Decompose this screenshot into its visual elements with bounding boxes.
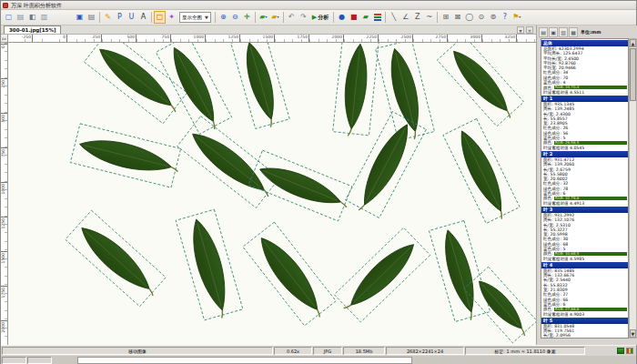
leaf-with-selection-box[interactable] [84,43,189,126]
vruler-tick: 500 [1,113,8,114]
acquire-image-icon[interactable]: ▤ [15,11,26,24]
results-list[interactable]: 总体总面积: 42303.2994平均周长: 125.6437平均长/宽: 2.… [541,38,629,339]
print-icon[interactable]: ▤ [86,11,97,24]
undo-icon[interactable]: ↶ [286,11,298,24]
param-a-icon[interactable]: A [137,11,149,24]
copy-results-icon[interactable]: ▤ [539,27,548,37]
help-icon[interactable]: ? [499,11,511,24]
edit-icon[interactable]: ✎ [102,11,114,24]
leaf-midrib [367,128,405,200]
print-results-icon[interactable]: ▦ [569,27,578,37]
chlorophyll-row: 叶绿素相对值 4.5985 [541,257,628,261]
circle-center-icon[interactable]: ⊙ [475,11,487,24]
leaf-with-selection-box[interactable] [243,222,338,328]
toolbar-separator [215,12,216,23]
leaf-stem [170,106,177,112]
measure-line-icon[interactable]: ╲ [388,11,399,24]
chlorophyll-row: 叶绿素相对值 4.5511 [541,90,628,95]
view-mode-dropdown[interactable]: 显示全图▼ [179,12,211,23]
leaf-with-selection-box[interactable] [231,43,290,131]
tab-close-button[interactable]: × [526,26,533,34]
camera-icon[interactable]: ◧ [26,11,38,24]
leaf-with-selection-box[interactable] [176,209,244,323]
leaf-with-selection-box[interactable] [437,43,525,128]
scroll-down-icon[interactable]: ▼ [630,329,636,338]
redo-icon[interactable]: ↷ [298,11,309,24]
color-label: 颜色: [543,196,553,200]
section-header[interactable]: 叶 1 [541,96,628,102]
section-header[interactable]: 叶 5 [541,318,628,324]
analyze-button[interactable]: ▶分析 [312,14,329,22]
color-swatch-bar: RGB: 27,66,6 [554,308,627,312]
export-results-icon[interactable]: ▥ [559,27,568,37]
leaf-with-selection-box[interactable] [156,43,233,136]
leaf-with-selection-box[interactable] [66,210,168,308]
leaf-with-selection-box[interactable] [443,118,521,226]
toolbar-separator [437,12,438,23]
flag-marker-icon[interactable]: ⚑▾ [511,11,522,24]
new-image-icon[interactable]: ▢ [3,11,15,24]
stat-area-icon[interactable]: ■ [348,11,359,24]
section-header[interactable]: 总体 [541,40,628,46]
pan-hand-icon[interactable]: ✛ [241,11,253,24]
fill-color-icon[interactable]: ▰▾ [258,11,269,24]
leaf-with-selection-box[interactable] [177,116,282,210]
units-selector[interactable]: 单位:mm [581,29,601,35]
status-image-dimensions: 2682×2241×24 [386,347,464,355]
chlorophyll-row: 叶绿素相对值 4.0545 [541,146,628,150]
scrollbar-thumb[interactable] [630,48,636,101]
status-mode: 移动图像 [2,347,273,355]
horizontal-scrollbar[interactable] [1,356,636,364]
stat-point-icon[interactable]: ● [336,11,348,24]
scrollbar-left-cell [2,357,26,364]
vruler-tick: 1250 [1,217,8,217]
document-tab[interactable]: 300-01.jpg[15%] [4,25,61,34]
vruler-tick: 2000 [1,320,8,321]
title-bar: 万深 叶面积分析软件 [1,1,636,10]
brand-flag-icon [626,348,633,354]
circle-ring-icon[interactable]: ⊚ [487,11,499,24]
scrollbar-left-cell2 [27,357,52,364]
magic-wand-icon[interactable]: ✦ [166,11,177,24]
results-scrollbar[interactable]: ▲ ▼ [629,38,637,339]
leaf-with-selection-box[interactable] [332,43,379,138]
rgb-histogram-icon[interactable] [371,11,383,24]
stat-chart-icon[interactable]: ▰ [359,11,371,24]
tab-scroll-button[interactable]: ▾ [517,26,524,34]
section-header[interactable]: 叶 2 [541,151,628,157]
param-p-icon[interactable]: P [114,11,126,24]
leaf-with-selection-box[interactable] [332,228,430,324]
main-toolbar: ▢▤◧▥▣▤✎PUA▢✦显示全图▼⊕⊖✛▰▾▰▾↶↷▶分析●■▰╲∠Z~⊞⊠◯⊙… [1,10,636,25]
scanner-icon[interactable]: ▥ [38,11,50,24]
save-icon[interactable]: ▣ [74,11,86,24]
app-title: 万深 叶面积分析软件 [11,3,62,8]
leaf-with-selection-box[interactable] [464,267,536,345]
leaf-stem [520,329,527,336]
scrollbar-h-thumb[interactable] [77,357,412,364]
vruler-tick: 1000 [1,182,8,183]
brand-green-swatch-icon [617,348,624,354]
grid-icon[interactable]: ⊞ [440,11,451,24]
save-results-icon[interactable]: ▣ [549,27,558,37]
scroll-up-icon[interactable]: ▲ [630,39,636,47]
hruler-tick: 2000 [343,35,344,43]
color-row: 颜色:RGB: 27,66,6 [541,307,628,311]
leaf-midrib [354,248,410,302]
section-header[interactable]: 叶 3 [541,207,628,213]
image-canvas[interactable] [8,43,536,345]
grid-clear-icon[interactable]: ⊠ [451,11,463,24]
curve-icon[interactable]: ~ [423,11,435,24]
measure-angle-icon[interactable]: ∠ [399,11,411,24]
zoom-out-icon[interactable]: ⊖ [229,11,241,24]
leaf-with-selection-box[interactable] [70,124,183,188]
section-header[interactable]: 叶 4 [541,262,628,268]
polyline-icon[interactable]: Z [411,11,423,24]
toolbar-separator [151,12,152,23]
param-u-icon[interactable]: U [126,11,137,24]
scrollbar-track[interactable] [54,357,634,364]
zoom-in-icon[interactable]: ⊕ [217,11,229,24]
leaf-with-selection-box[interactable] [248,150,354,222]
circle-tool-icon[interactable]: ◯ [463,11,475,24]
mark-color-icon[interactable]: ▰▾ [269,11,281,24]
marquee-select-icon[interactable]: ▢ [154,11,166,24]
